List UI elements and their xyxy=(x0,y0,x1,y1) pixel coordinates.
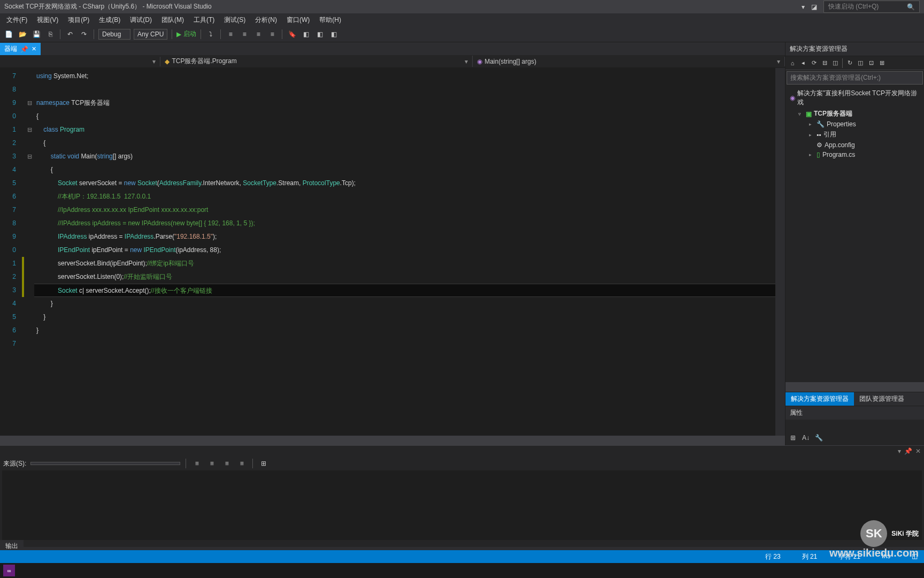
sync-icon[interactable]: ⟳ xyxy=(809,58,819,68)
show-all-icon[interactable]: ◫ xyxy=(830,58,840,68)
toolbar-icon[interactable]: ⊞ xyxy=(877,58,887,68)
output-source-combo[interactable] xyxy=(30,462,180,465)
expand-icon[interactable]: ▸ xyxy=(809,132,814,138)
indent-icon[interactable]: ≡ xyxy=(225,29,236,40)
tree-item-programcs[interactable]: ▸ ▯ Program.cs xyxy=(786,150,924,159)
menu-analyze[interactable]: 分析(N) xyxy=(251,14,281,26)
separator xyxy=(220,29,221,39)
separator xyxy=(94,29,94,39)
window-title: Socket TCP开发网络游戏 - CSharp（Unity5.6） - Mi… xyxy=(4,2,212,11)
properties-page-icon[interactable]: 🔧 xyxy=(813,432,824,443)
project-node[interactable]: ▿ ▣ TCP服务器端 xyxy=(786,108,924,119)
config-file-icon: ⚙ xyxy=(817,141,822,149)
home-icon[interactable]: ⌂ xyxy=(788,58,797,68)
pin-icon[interactable]: 📌 xyxy=(904,447,912,455)
nav-class-combo[interactable]: ◆ TCP服务器端.Program ▾ xyxy=(160,56,473,67)
notifications-icon[interactable]: ◪ xyxy=(811,3,817,11)
uncomment-icon[interactable]: ≡ xyxy=(267,29,278,40)
title-bar: Socket TCP开发网络游戏 - CSharp（Unity5.6） - Mi… xyxy=(0,0,924,13)
step-icon[interactable]: ⤵ xyxy=(205,29,216,40)
scroll-minimap[interactable] xyxy=(775,68,785,436)
properties-icon[interactable]: ⊡ xyxy=(866,58,876,68)
menu-view[interactable]: 视图(V) xyxy=(33,14,63,26)
toolbar-icon[interactable]: ◧ xyxy=(301,29,311,40)
expand-icon[interactable]: ▿ xyxy=(798,111,804,117)
toggle-icon[interactable]: ⊞ xyxy=(258,458,269,469)
document-tabs: 器端 📌 ✕ xyxy=(0,42,785,55)
toolbar-icon[interactable]: ◧ xyxy=(328,29,339,40)
close-icon[interactable]: ✕ xyxy=(32,45,36,52)
menu-bar: 文件(F) 视图(V) 项目(P) 生成(B) 调试(D) 团队(M) 工具(T… xyxy=(0,13,924,26)
output-text[interactable] xyxy=(2,470,922,540)
platform-combo[interactable]: Any CPU xyxy=(134,29,167,40)
expand-icon[interactable]: ▸ xyxy=(809,152,814,157)
tree-item-properties[interactable]: ▸ 🔧 Properties xyxy=(786,119,924,129)
separator xyxy=(60,29,60,39)
fold-column[interactable]: ⊟⊟⊟ xyxy=(25,68,34,436)
tree-item-references[interactable]: ▸ ▪▪ 引用 xyxy=(786,129,924,140)
menu-file[interactable]: 文件(F) xyxy=(2,14,32,26)
goto-prev-icon[interactable]: ≡ xyxy=(191,458,202,469)
close-icon[interactable]: ✕ xyxy=(915,447,921,455)
open-icon[interactable]: 📂 xyxy=(17,29,28,40)
nav-project-combo[interactable]: ▾ xyxy=(0,57,160,66)
goto-next-icon[interactable]: ≡ xyxy=(206,458,217,469)
code-editor[interactable]: 789012345678901234567 ⊟⊟⊟ using System.N… xyxy=(0,68,785,436)
menu-test[interactable]: 测试(S) xyxy=(220,14,250,26)
back-icon[interactable]: ◂ xyxy=(798,58,808,68)
expand-icon[interactable]: ▸ xyxy=(809,121,814,127)
code-content[interactable]: using System.Net;namespace TCP服务器端{ clas… xyxy=(34,68,785,436)
status-ins: Ins xyxy=(882,552,890,561)
solution-icon: ◉ xyxy=(790,94,795,102)
menu-tools[interactable]: 工具(T) xyxy=(189,14,219,26)
flag-icon[interactable]: ▾ xyxy=(802,3,805,11)
redo-icon[interactable]: ↷ xyxy=(79,29,89,40)
save-icon[interactable]: 💾 xyxy=(31,29,42,40)
separator xyxy=(172,29,172,39)
outdent-icon[interactable]: ≡ xyxy=(239,29,250,40)
pin-icon[interactable]: 📌 xyxy=(20,45,28,53)
menu-build[interactable]: 生成(B) xyxy=(95,14,125,26)
categorize-icon[interactable]: ⊞ xyxy=(788,432,798,443)
menu-window[interactable]: 窗口(W) xyxy=(282,14,314,26)
main-toolbar: 📄 📂 💾 ⎘ ↶ ↷ Debug Any CPU ▶ 启动 ⤵ ≡ ≡ ≡ ≡… xyxy=(0,26,924,42)
alphabetical-icon[interactable]: A↓ xyxy=(800,432,811,443)
tab-team-explorer[interactable]: 团队资源管理器 xyxy=(854,392,910,406)
clear-icon[interactable]: ≡ xyxy=(221,458,232,469)
collapse-icon[interactable]: ⊟ xyxy=(820,58,829,68)
menu-project[interactable]: 项目(P) xyxy=(64,14,94,26)
tree-item-appconfig[interactable]: ⚙ App.config xyxy=(786,140,924,150)
status-col: 列 21 xyxy=(802,552,818,561)
dropdown-icon[interactable]: ▾ xyxy=(898,447,901,455)
menu-help[interactable]: 帮助(H) xyxy=(315,14,345,26)
visual-studio-icon[interactable]: ∞ xyxy=(3,565,15,576)
solution-search-input[interactable]: 搜索解决方案资源管理器(Ctrl+;) xyxy=(787,71,923,85)
undo-icon[interactable]: ↶ xyxy=(65,29,75,40)
nav-member-combo[interactable]: ◉ Main(string[] args) ▾ xyxy=(473,57,785,66)
menu-team[interactable]: 团队(M) xyxy=(157,14,188,26)
quick-launch-input[interactable]: 快速启动 (Ctrl+Q) 🔍 xyxy=(823,1,920,13)
solution-tree[interactable]: ◉ 解决方案"直接利用Socket TCP开发网络游戏 ▿ ▣ TCP服务器端 … xyxy=(786,86,924,382)
start-button[interactable]: ▶ 启动 xyxy=(176,29,196,39)
bookmark-icon[interactable]: 🔖 xyxy=(287,29,297,40)
comment-icon[interactable]: ≡ xyxy=(253,29,264,40)
preview-icon[interactable]: ◫ xyxy=(856,58,865,68)
chevron-down-icon: ▾ xyxy=(777,58,780,65)
horizontal-scrollbar[interactable] xyxy=(0,436,785,445)
status-icon[interactable]: ◫ xyxy=(912,552,918,561)
chevron-down-icon: ▾ xyxy=(465,58,468,65)
tab-label: 器端 xyxy=(4,44,17,54)
toolbar-icon[interactable]: ◧ xyxy=(314,29,325,40)
document-tab[interactable]: 器端 📌 ✕ xyxy=(0,43,41,55)
new-file-icon[interactable]: 📄 xyxy=(3,29,14,40)
wrap-icon[interactable]: ≡ xyxy=(236,458,247,469)
refresh-icon[interactable]: ↻ xyxy=(845,58,854,68)
menu-debug[interactable]: 调试(D) xyxy=(126,14,156,26)
tab-solution-explorer[interactable]: 解决方案资源管理器 xyxy=(786,392,854,406)
solution-node[interactable]: ◉ 解决方案"直接利用Socket TCP开发网络游戏 xyxy=(786,88,924,108)
wrench-icon: 🔧 xyxy=(817,120,825,128)
properties-panel: 属性 ⊞ A↓ 🔧 xyxy=(786,406,924,445)
horizontal-scrollbar[interactable] xyxy=(786,382,924,392)
save-all-icon[interactable]: ⎘ xyxy=(45,29,56,40)
config-combo[interactable]: Debug xyxy=(98,29,130,40)
